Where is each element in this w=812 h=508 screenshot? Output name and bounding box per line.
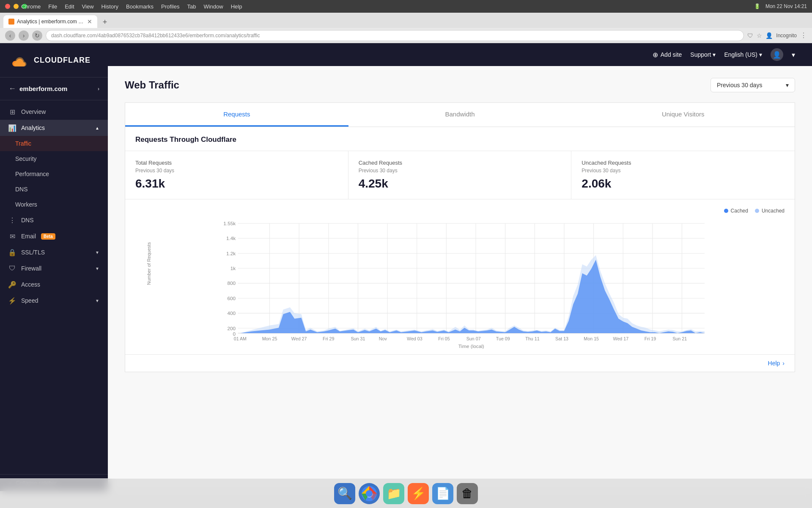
forward-button[interactable]: › bbox=[19, 30, 29, 41]
menu-bookmarks[interactable]: Bookmarks bbox=[126, 3, 154, 10]
stat-sublabel-0: Previous 30 days bbox=[135, 168, 338, 174]
menu-dots[interactable]: ⋮ bbox=[800, 31, 807, 39]
stat-label-1: Cached Requests bbox=[359, 160, 561, 166]
user-icon: 👤 bbox=[773, 51, 781, 59]
stat-value-1: 4.25k bbox=[359, 177, 561, 190]
address-bar: ‹ › ↻ dash.cloudflare.com/4ab9ad0876532c… bbox=[0, 28, 812, 43]
support-button[interactable]: Support ▾ bbox=[690, 51, 716, 58]
stat-value-0: 6.31k bbox=[135, 177, 338, 190]
menu-tab[interactable]: Tab bbox=[187, 3, 196, 10]
sidebar-item-dns-sub[interactable]: DNS bbox=[0, 182, 108, 197]
sidebar-item-label: Traffic bbox=[15, 140, 31, 147]
sidebar-item-overview[interactable]: ⊞ Overview bbox=[0, 104, 108, 120]
browser-tab-bar: Analytics | emberform.com | A... ✕ + bbox=[0, 13, 812, 28]
url-bar[interactable]: dash.cloudflare.com/4ab9ad0876532cb78a84… bbox=[46, 30, 744, 41]
stat-total-requests: Total Requests Previous 30 days 6.31k bbox=[125, 151, 348, 199]
analytics-expand-icon: ▲ bbox=[95, 126, 99, 130]
help-button[interactable]: Help › bbox=[125, 354, 795, 372]
dock-trash[interactable]: 🗑 bbox=[457, 483, 478, 504]
menu-history[interactable]: History bbox=[102, 3, 118, 10]
app-container: CLOUDFLARE ← emberform.com › ⊞ Overview … bbox=[0, 43, 812, 491]
tab-title: Analytics | emberform.com | A... bbox=[17, 19, 85, 25]
tab-bandwidth[interactable]: Bandwidth bbox=[348, 103, 572, 127]
uncached-dot bbox=[755, 209, 759, 213]
battery-icon: 🔋 bbox=[754, 3, 760, 9]
page-title: Web Traffic bbox=[125, 79, 179, 91]
menu-help[interactable]: Help bbox=[231, 3, 242, 10]
date-picker[interactable]: Previous 30 days ▾ bbox=[710, 78, 795, 92]
svg-text:Wed 27: Wed 27 bbox=[291, 336, 307, 341]
sidebar: CLOUDFLARE ← emberform.com › ⊞ Overview … bbox=[0, 43, 108, 491]
sidebar-item-email[interactable]: ✉ Email Beta bbox=[0, 228, 108, 244]
dock-app2[interactable]: 📄 bbox=[432, 483, 453, 504]
svg-text:400: 400 bbox=[228, 310, 236, 316]
svg-text:1.4k: 1.4k bbox=[226, 235, 236, 241]
shield-icon: 🛡 bbox=[747, 32, 753, 39]
legend-uncached: Uncached bbox=[755, 208, 785, 214]
active-tab[interactable]: Analytics | emberform.com | A... ✕ bbox=[3, 15, 97, 28]
tab-unique-visitors[interactable]: Unique Visitors bbox=[571, 103, 795, 127]
sidebar-item-label: Access bbox=[21, 281, 40, 288]
cloudflare-logo bbox=[8, 52, 30, 69]
top-navigation: ⊕ Add site Support ▾ English (US) ▾ 👤 ▾ bbox=[108, 43, 812, 66]
svg-marker-51 bbox=[240, 260, 705, 333]
stat-label-0: Total Requests bbox=[135, 160, 338, 166]
svg-text:Sun 31: Sun 31 bbox=[351, 336, 365, 341]
tab-close-button[interactable]: ✕ bbox=[87, 18, 92, 25]
sidebar-item-dns[interactable]: ⋮ DNS bbox=[0, 212, 108, 228]
menu-chrome[interactable]: Chrome bbox=[21, 3, 41, 10]
language-selector[interactable]: English (US) ▾ bbox=[724, 51, 762, 58]
section-title: Requests Through Cloudflare bbox=[125, 127, 795, 151]
sidebar-item-traffic[interactable]: Traffic bbox=[0, 136, 108, 151]
dock-finder2[interactable]: 📁 bbox=[383, 483, 404, 504]
y-axis-label: Number of Requests bbox=[146, 242, 151, 285]
add-icon: ⊕ bbox=[653, 51, 658, 59]
site-header[interactable]: ← emberform.com › bbox=[0, 77, 108, 100]
sidebar-item-performance-sub[interactable]: Performance bbox=[0, 166, 108, 182]
stat-cached-requests: Cached Requests Previous 30 days 4.25k bbox=[348, 151, 572, 199]
sidebar-item-workers-sub[interactable]: Workers bbox=[0, 197, 108, 212]
support-chevron: ▾ bbox=[713, 51, 716, 58]
stat-sublabel-2: Previous 30 days bbox=[582, 168, 785, 174]
star-icon[interactable]: ☆ bbox=[757, 32, 762, 39]
tl-minimize[interactable] bbox=[14, 4, 19, 9]
profile-icon[interactable]: 👤 bbox=[765, 32, 773, 39]
stat-label-2: Uncached Requests bbox=[582, 160, 785, 166]
dock-chrome[interactable] bbox=[359, 483, 380, 504]
sidebar-item-label: Performance bbox=[15, 171, 49, 177]
sidebar-item-ssl-tls[interactable]: 🔒 SSL/TLS ▼ bbox=[0, 244, 108, 260]
sidebar-item-firewall[interactable]: 🛡 Firewall ▼ bbox=[0, 260, 108, 276]
sidebar-item-label: Email bbox=[21, 233, 36, 240]
svg-text:800: 800 bbox=[228, 280, 236, 286]
back-button[interactable]: ‹ bbox=[5, 30, 15, 41]
menu-profiles[interactable]: Profiles bbox=[161, 3, 179, 10]
svg-point-54 bbox=[366, 490, 373, 497]
dock-finder[interactable]: 🔍 bbox=[334, 483, 355, 504]
language-chevron: ▾ bbox=[759, 51, 762, 58]
reload-button[interactable]: ↻ bbox=[32, 30, 42, 41]
sidebar-item-speed[interactable]: ⚡ Speed ▼ bbox=[0, 293, 108, 309]
tab-navigation: Requests Bandwidth Unique Visitors bbox=[125, 103, 795, 127]
sidebar-item-label: Firewall bbox=[21, 265, 41, 272]
svg-text:200: 200 bbox=[228, 326, 236, 331]
menu-file[interactable]: File bbox=[48, 3, 57, 10]
user-chevron: ▾ bbox=[792, 51, 795, 59]
speed-expand-icon: ▼ bbox=[95, 298, 99, 303]
menu-view[interactable]: View bbox=[82, 3, 94, 10]
new-tab-button[interactable]: + bbox=[99, 16, 111, 28]
add-site-button[interactable]: ⊕ Add site bbox=[653, 51, 682, 59]
sidebar-item-security-sub[interactable]: Security bbox=[0, 151, 108, 166]
tab-requests[interactable]: Requests bbox=[125, 103, 348, 127]
user-avatar[interactable]: 👤 bbox=[771, 48, 783, 61]
tl-close[interactable] bbox=[5, 4, 10, 9]
sidebar-item-analytics[interactable]: 📊 Analytics ▲ bbox=[0, 120, 108, 136]
svg-text:Sun 07: Sun 07 bbox=[466, 336, 481, 341]
beta-badge: Beta bbox=[41, 233, 55, 240]
sidebar-item-access[interactable]: 🔑 Access bbox=[0, 276, 108, 293]
menu-window[interactable]: Window bbox=[203, 3, 223, 10]
back-arrow-icon: ← bbox=[8, 84, 16, 93]
stats-grid: Total Requests Previous 30 days 6.31k Ca… bbox=[125, 151, 795, 199]
dock-app1[interactable]: ⚡ bbox=[408, 483, 429, 504]
menu-edit[interactable]: Edit bbox=[65, 3, 74, 10]
svg-marker-50 bbox=[240, 255, 705, 333]
